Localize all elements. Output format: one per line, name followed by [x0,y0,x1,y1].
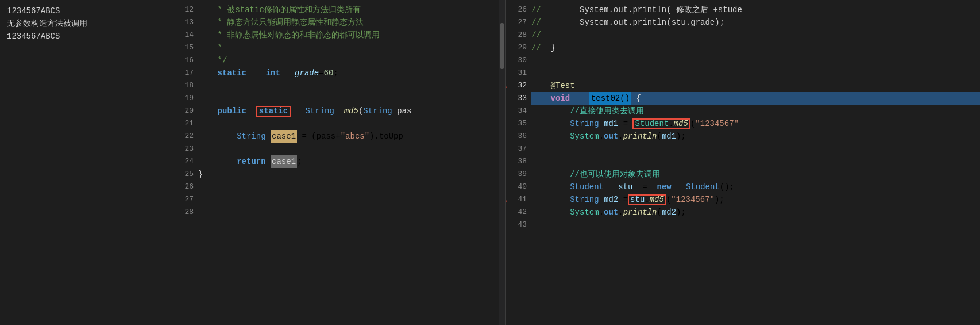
right-line-numbers: 26 27 28 29 30 31 32° 33 34 35 36 37 38 … [506,0,531,325]
middle-code-panel: 12 13 14 15 16 17 18 19 20 21 22 23 24 2… [172,0,506,325]
right-line-33: void test02() { [531,92,980,105]
right-line-34: //直接使用类去调用 [531,105,980,117]
right-line-41: String md2 =stu.md5("1234567"); [531,193,980,206]
right-line-31 [531,67,980,79]
right-line-39: //也可以使用对象去调用 [531,168,980,181]
line-num-25: 25 [172,168,198,181]
right-line-num-35: 35 [506,117,531,130]
right-line-num-43: 43 [506,219,531,231]
console-panel: 1234567ABCS 无参数构造方法被调用 1234567ABCS [0,0,172,325]
right-line-num-27: 27 [506,16,531,29]
line-num-13: 13 [172,16,198,29]
line-num-28: 28 [172,206,198,219]
middle-line-28 [198,206,499,219]
right-line-num-41: 41° [506,193,531,206]
right-line-num-42: 42 [506,206,531,219]
right-line-num-40: 40 [506,181,531,193]
right-line-num-30: 30 [506,54,531,67]
middle-line-17: static int grade=60; [198,67,499,79]
right-line-38 [531,155,980,168]
middle-line-18 [198,79,499,92]
right-line-num-33: 33 [506,92,531,105]
right-line-28: // [531,29,980,41]
line-num-21: 21 [172,117,198,130]
middle-line-19 [198,92,499,105]
middle-line-numbers: 12 13 14 15 16 17 18 19 20 21 22 23 24 2… [172,0,198,325]
console-line-3: 1234567ABCS [7,30,165,43]
right-line-40: Student stu = new Student(); [531,181,980,193]
middle-line-27 [198,193,499,206]
middle-line-14: * 非静态属性对静态的和非静态的都可以调用 [198,29,499,41]
right-line-num-34: 34 [506,105,531,117]
right-line-42: System.out.println(md2); [531,206,980,219]
right-line-num-32: 32° [506,79,531,92]
middle-line-20: public static String md5(String pas [198,105,499,117]
right-line-num-26: 26 [506,3,531,16]
middle-scrollbar[interactable] [499,0,505,325]
line-num-20: 20 [172,105,198,117]
line-num-12: 12 [172,3,198,16]
right-line-num-31: 31 [506,67,531,79]
line-num-27: 27 [172,193,198,206]
middle-line-22: String case1 = (pass+"abcs").toUpp [198,130,499,143]
right-line-num-37: 37 [506,143,531,155]
right-line-43 [531,219,980,231]
right-line-num-38: 38 [506,155,531,168]
console-line-2: 无参数构造方法被调用 [7,17,165,30]
right-line-27: // System.out.println(stu.grade); [531,16,980,29]
right-line-35: String md1 = Student.md5("1234567" [531,117,980,130]
right-line-36: System.out.println(md1); [531,130,980,143]
middle-line-24: return case1; [198,155,499,168]
line-num-16: 16 [172,54,198,67]
line-num-14: 14 [172,29,198,41]
line-num-24: 24 [172,155,198,168]
line-num-26: 26 [172,181,198,193]
right-line-26: // System.out.println( 修改之后 +stude [531,3,980,16]
right-line-num-39: 39 [506,168,531,181]
right-line-num-36: 36 [506,130,531,143]
right-line-num-29: 29 [506,41,531,54]
middle-line-25: } [198,168,499,181]
right-line-num-28: 28 [506,29,531,41]
line-num-22: 22 [172,130,198,143]
middle-line-13: * 静态方法只能调用静态属性和静态方法 [198,16,499,29]
right-code-panel: 26 27 28 29 30 31 32° 33 34 35 36 37 38 … [506,0,980,325]
line-num-15: 15 [172,41,198,54]
right-code-lines: // System.out.println( 修改之后 +stude // Sy… [531,0,980,325]
line-num-18: 18 [172,79,198,92]
middle-code-lines: * 被static修饰的属性和方法归类所有 * 静态方法只能调用静态属性和静态方… [198,0,499,325]
right-line-32: @Test [531,79,980,92]
middle-line-23 [198,143,499,155]
middle-line-12: * 被static修饰的属性和方法归类所有 [198,3,499,16]
middle-line-15: * [198,41,499,54]
line-num-23: 23 [172,143,198,155]
right-line-30 [531,54,980,67]
middle-line-21 [198,117,499,130]
right-line-29: // } [531,41,980,54]
middle-line-26 [198,181,499,193]
line-num-19: 19 [172,92,198,105]
console-line-1: 1234567ABCS [7,5,165,17]
right-line-37 [531,143,980,155]
middle-line-16: */ [198,54,499,67]
line-num-17: 17 [172,67,198,79]
